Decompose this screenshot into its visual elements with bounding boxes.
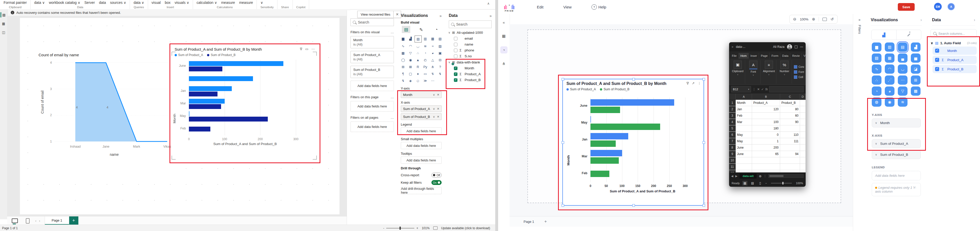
sheet-tab[interactable]: data-wit xyxy=(740,173,757,178)
zoom-in-icon[interactable]: ⊕ xyxy=(812,17,815,21)
add-data-fields-drop[interactable]: Add data fields here xyxy=(401,127,442,135)
ribbon-item[interactable]: data ∨ xyxy=(134,0,144,5)
zoom-slider[interactable]: -+ xyxy=(383,226,418,230)
cell[interactable] xyxy=(800,106,806,112)
clustered-bar-chart[interactable]: ▤ xyxy=(898,42,907,52)
cell[interactable] xyxy=(752,112,780,119)
more-options-icon[interactable]: … xyxy=(391,95,394,99)
magic-wand-tab[interactable] xyxy=(897,30,921,40)
more-options-icon[interactable]: ⋮ xyxy=(698,81,701,85)
cell[interactable]: 80 xyxy=(780,106,800,112)
resize-handle[interactable] xyxy=(313,156,317,160)
cell[interactable]: 90 xyxy=(780,119,800,125)
cell[interactable]: Feb xyxy=(736,112,752,119)
line-clustered-column-chart[interactable]: ≈ xyxy=(430,43,436,50)
ribbon-item[interactable]: calculation ∨ xyxy=(197,0,217,5)
add-page-button[interactable]: + xyxy=(69,217,78,225)
100-column-chart[interactable]: ▅ xyxy=(911,53,921,63)
stacked-column-chart[interactable]: ▟ xyxy=(407,35,414,42)
prev-page-icon[interactable]: ‹ xyxy=(35,219,37,223)
cell[interactable]: June xyxy=(736,144,752,151)
ribbon-item[interactable]: workbook catalog ∨ xyxy=(49,0,80,5)
cell[interactable]: 110 xyxy=(780,132,800,138)
selection-handle[interactable] xyxy=(562,204,564,207)
desktop-layout-button[interactable] xyxy=(7,217,22,225)
page-break-icon[interactable]: ▯ xyxy=(758,181,763,186)
filled-map[interactable]: ◉ xyxy=(407,57,414,63)
waterfall-chart[interactable]: ▩ xyxy=(911,87,921,96)
excel-tab-inser[interactable]: Inser xyxy=(749,53,759,59)
cell[interactable]: May xyxy=(736,138,752,144)
more-visuals[interactable]: ⋯ xyxy=(430,77,436,84)
funnel-chart[interactable]: ▽ xyxy=(407,50,414,56)
style-button[interactable]: Format a... xyxy=(794,71,804,74)
build-visual-tab[interactable]: ▤ xyxy=(402,26,410,34)
next-sheet-icon[interactable]: ▶ xyxy=(735,175,737,178)
ribbon-item[interactable]: Format painter xyxy=(3,0,27,5)
cell[interactable] xyxy=(780,157,800,164)
pie-chart[interactable]: ◔ xyxy=(872,87,881,96)
font-icon[interactable]: A xyxy=(749,61,757,69)
ribbon-item[interactable]: box xyxy=(165,0,170,5)
cell[interactable] xyxy=(752,170,780,172)
unchecked-checkbox[interactable] xyxy=(454,43,457,46)
expand-filters-icon[interactable]: » xyxy=(859,18,861,22)
excel-tab-view[interactable]: View xyxy=(802,53,806,59)
key-influencers[interactable]: ↯ xyxy=(437,71,444,77)
cell[interactable]: 120 xyxy=(752,106,780,112)
unchecked-checkbox[interactable] xyxy=(454,55,457,58)
more-options-icon[interactable]: ⋯ xyxy=(312,47,315,51)
menu-help[interactable]: Help xyxy=(598,5,606,9)
synapse[interactable]: ≫ xyxy=(422,77,429,84)
area-chart[interactable]: ◠ xyxy=(407,43,414,50)
cell[interactable] xyxy=(800,119,806,125)
chevron-down-icon[interactable]: ∨ xyxy=(768,74,770,76)
fx-icon[interactable]: fx xyxy=(765,88,768,91)
add-page-button[interactable]: + xyxy=(544,219,547,224)
cell[interactable] xyxy=(800,157,806,164)
cell[interactable] xyxy=(800,170,806,172)
area-chart[interactable]: ◠ xyxy=(885,64,894,74)
field-row-Product_A[interactable]: ΣProduct_A xyxy=(932,56,977,64)
horizontal-scrollbar[interactable] xyxy=(768,174,803,178)
field-row-name[interactable]: name xyxy=(454,42,492,46)
treemap[interactable]: ▣ xyxy=(437,50,444,56)
kpi[interactable]: △ xyxy=(430,57,436,63)
filter-card[interactable]: Sum of Product_Ais (All) xyxy=(350,51,394,63)
prev-sheet-icon[interactable]: ◀ xyxy=(731,175,733,178)
cell[interactable]: 94 xyxy=(780,151,800,157)
line-chart[interactable]: ∿ xyxy=(400,43,406,50)
selection-handle[interactable] xyxy=(703,78,705,80)
checked-checkbox[interactable] xyxy=(454,66,457,70)
selection-handle[interactable] xyxy=(562,141,564,144)
row-number[interactable]: 6 xyxy=(729,132,736,138)
report-page[interactable]: Count of email by name 4321IrshaadJaneMa… xyxy=(20,18,339,214)
chevron-down-icon[interactable]: ∨ xyxy=(448,61,450,64)
formula-input[interactable] xyxy=(769,86,803,92)
chevron-down-icon[interactable]: ∨ xyxy=(931,41,933,45)
save-button[interactable]: Save xyxy=(898,3,915,11)
row-number[interactable]: 2 xyxy=(729,106,736,112)
stacked-area-chart[interactable]: ◡ xyxy=(898,64,907,74)
excel-tab-revie[interactable]: Revie xyxy=(790,53,802,59)
line-chart[interactable]: ∿ xyxy=(872,64,881,74)
field-row-Product_B[interactable]: ΣProduct_B xyxy=(932,65,977,73)
cell[interactable]: Jan xyxy=(736,106,752,112)
web-bar-chart[interactable]: Sum of Product_A and Sum of Product_B by… xyxy=(563,79,703,205)
clustered-column-chart[interactable]: ▥ xyxy=(422,35,429,42)
avatar[interactable]: EM xyxy=(934,3,942,11)
row-number[interactable]: 12 xyxy=(729,170,736,172)
stacked-column-chart[interactable]: ▦ xyxy=(885,53,894,63)
close-icon[interactable]: ✕ xyxy=(394,11,401,18)
chevron-down-icon[interactable]: ∨ xyxy=(433,107,435,111)
table[interactable]: ⊞ xyxy=(400,64,406,70)
column-header-D[interactable]: D xyxy=(800,94,806,99)
ribbon-item[interactable]: measure xyxy=(239,0,253,5)
100-stacked-bar-chart[interactable]: ▦ xyxy=(430,35,436,42)
area-chart-visual[interactable]: Count of email by name 4321IrshaadJaneMa… xyxy=(37,51,177,170)
row-number[interactable]: 3 xyxy=(729,112,736,119)
unchecked-checkbox[interactable] xyxy=(454,37,457,40)
ribbon-item[interactable]: visuals ∨ xyxy=(175,0,189,5)
more-options-icon[interactable]: … xyxy=(391,116,394,119)
chevron-down-icon[interactable]: ∨ xyxy=(752,74,754,76)
